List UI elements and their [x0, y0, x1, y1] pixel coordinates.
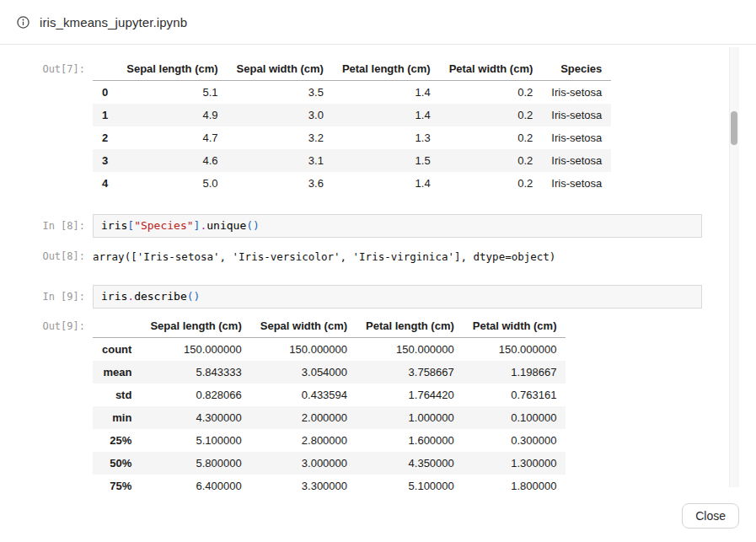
table-cell: 3.300000 [251, 475, 357, 491]
table-cell: 150.000000 [357, 338, 464, 362]
table-row: 50%5.8000003.0000004.3500001.300000 [93, 452, 566, 475]
table-cell: 0.2 [440, 81, 543, 105]
table-cell: 0.300000 [464, 429, 566, 452]
table-cell: 3.6 [228, 172, 333, 195]
table-cell: 1.198667 [464, 361, 566, 384]
code-input: iris["Species"].unique() [93, 214, 702, 238]
row-index: 0 [93, 81, 117, 105]
header-row: Sepal length (cm)Sepal width (cm)Petal l… [93, 57, 611, 81]
notebook-preview: Out[7]: Sepal length (cm)Sepal width (cm… [0, 45, 730, 491]
code-token: describe [134, 290, 187, 303]
code-token: iris [101, 219, 127, 232]
code-token: ) [253, 219, 260, 232]
dialog-footer: Close [682, 503, 739, 529]
column-header: Sepal length (cm) [117, 57, 227, 81]
table-row: 14.93.01.40.2Iris-setosa [93, 104, 611, 126]
table-cell: 150.000000 [251, 338, 357, 362]
table-cell: 3.000000 [251, 452, 357, 475]
table-cell: 4.9 [117, 104, 227, 126]
table-row: 24.73.21.30.2Iris-setosa [93, 126, 611, 149]
row-index: std [93, 384, 141, 406]
out-prompt: Out[7]: [0, 57, 93, 75]
column-header: Petal length (cm) [357, 314, 464, 338]
in-prompt: In [8]: [0, 214, 93, 232]
table-cell: 1.3 [333, 126, 440, 149]
table-cell: 1.600000 [357, 429, 464, 452]
code-token: ( [246, 219, 253, 232]
code-token: ( [187, 290, 194, 303]
row-index: count [93, 338, 141, 362]
table-cell: 2.800000 [251, 429, 357, 452]
table-cell: 5.100000 [357, 475, 464, 491]
code-token: unique [206, 219, 246, 232]
row-index: 4 [93, 172, 117, 195]
column-header: Sepal length (cm) [141, 314, 250, 338]
column-header: Petal width (cm) [440, 57, 543, 81]
table-cell: 150.000000 [141, 338, 250, 362]
scrollbar-thumb[interactable] [731, 111, 737, 145]
file-title: iris_kmeans_jupyter.ipynb [40, 15, 187, 30]
row-index: 2 [93, 126, 117, 149]
table-cell: Iris-setosa [542, 126, 611, 149]
column-header: Sepal width (cm) [251, 314, 357, 338]
table-cell: Iris-setosa [542, 149, 611, 172]
column-header: Petal length (cm) [333, 57, 440, 81]
table-row: 25%5.1000002.8000001.6000000.300000 [93, 429, 566, 452]
table-row: 75%6.4000003.3000005.1000001.800000 [93, 475, 566, 491]
column-header: Petal width (cm) [464, 314, 566, 338]
code-token: "Species" [134, 219, 193, 232]
row-index: 50% [93, 452, 141, 475]
table-cell: 0.2 [440, 126, 543, 149]
table-cell: 1.4 [333, 81, 440, 105]
code-input: iris.describe() [93, 285, 702, 309]
table-cell: 3.2 [228, 126, 333, 149]
table-cell: 1.000000 [357, 406, 464, 429]
in-prompt: In [9]: [0, 285, 93, 303]
column-header: Sepal width (cm) [228, 57, 333, 81]
table-cell: 5.800000 [141, 452, 250, 475]
out-prompt: Out[8]: [0, 244, 93, 262]
table-cell: 4.350000 [357, 452, 464, 475]
table-cell: 0.100000 [464, 406, 566, 429]
row-index: min [93, 406, 141, 429]
cell-in8: In [8]: iris["Species"].unique() [0, 214, 730, 238]
table-cell: 0.2 [440, 104, 543, 126]
column-header [93, 57, 117, 81]
table-cell: 0.433594 [251, 384, 357, 406]
array-output: array(['Iris-setosa', 'Iris-versicolor',… [93, 244, 555, 264]
table-row: 34.63.11.50.2Iris-setosa [93, 149, 611, 172]
row-index: 75% [93, 475, 141, 491]
table-cell: 4.7 [117, 126, 227, 149]
header-row: Sepal length (cm)Sepal width (cm)Petal l… [93, 314, 566, 338]
table-cell: 0.828066 [141, 384, 250, 406]
table-cell: 5.1 [117, 81, 227, 105]
table-cell: 4.300000 [141, 406, 250, 429]
out-prompt: Out[9]: [0, 314, 93, 332]
table-cell: 0.2 [440, 172, 543, 195]
cell-in9: In [9]: iris.describe() [0, 285, 730, 309]
table-cell: 3.0 [228, 104, 333, 126]
table-cell: 5.100000 [141, 429, 250, 452]
table-cell: 1.300000 [464, 452, 566, 475]
cell-out9: Out[9]: Sepal length (cm)Sepal width (cm… [0, 314, 730, 491]
code-token: . [127, 290, 134, 303]
table-cell: 4.6 [117, 149, 227, 172]
table-cell: 2.000000 [251, 406, 357, 429]
dialog-header: iris_kmeans_jupyter.ipynb [0, 0, 756, 45]
table-row: min4.3000002.0000001.0000000.100000 [93, 406, 566, 429]
table-cell: 1.764420 [357, 384, 464, 406]
table-cell: 3.1 [228, 149, 333, 172]
table-cell: 6.400000 [141, 475, 250, 491]
table-cell: 1.4 [333, 104, 440, 126]
table-row: 45.03.61.40.2Iris-setosa [93, 172, 611, 195]
table-row: count150.000000150.000000150.000000150.0… [93, 338, 566, 362]
table-cell: 1.5 [333, 149, 440, 172]
table-row: mean5.8433333.0540003.7586671.198667 [93, 361, 566, 384]
table-cell: 5.0 [117, 172, 227, 195]
table-cell: 0.2 [440, 149, 543, 172]
close-button[interactable]: Close [682, 503, 739, 529]
cell-out7: Out[7]: Sepal length (cm)Sepal width (cm… [0, 57, 730, 195]
table-cell: 0.763161 [464, 384, 566, 406]
table-cell: 3.054000 [251, 361, 357, 384]
table-cell: 5.843333 [141, 361, 250, 384]
